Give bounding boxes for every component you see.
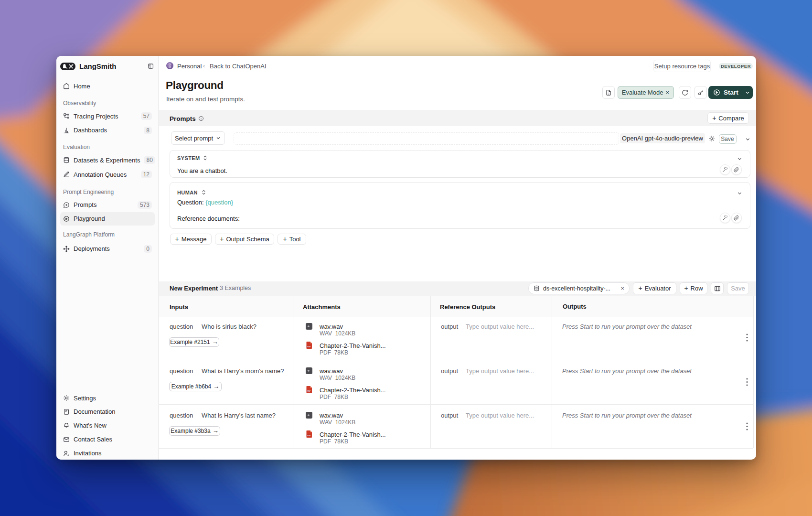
svg-text:PDF: PDF xyxy=(308,434,311,436)
svg-text:PDF: PDF xyxy=(308,390,311,392)
svg-text:PDF: PDF xyxy=(308,345,311,347)
